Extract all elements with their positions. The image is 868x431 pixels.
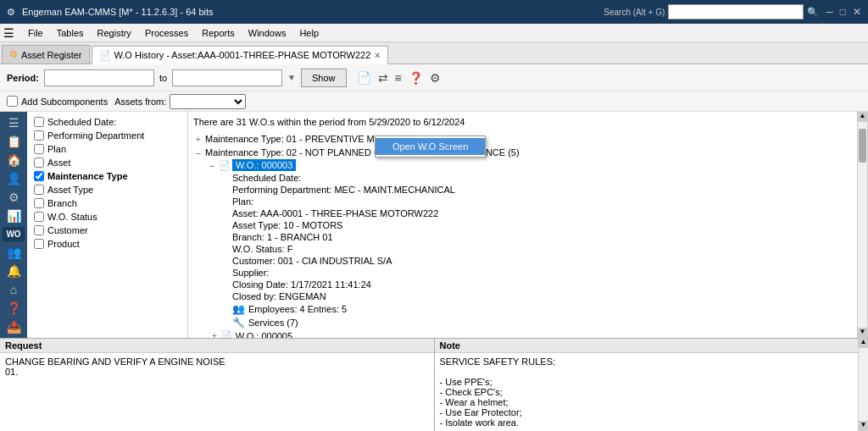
left-icon-house[interactable]: ⌂ <box>3 282 25 297</box>
tree-node-corrective[interactable]: – Maintenance Type: 02 - NOT PLANNED COR… <box>192 146 864 338</box>
tree-wo-000005[interactable]: + 📄 W.O.: 000005 <box>205 329 864 338</box>
employees-icon: 👥 <box>232 303 245 315</box>
tab-asset-register[interactable]: ⚙ Asset Register <box>2 45 90 64</box>
tree-node-header-preventive[interactable]: + Maintenance Type: 01 - PREVENTIVE MAIN… <box>192 133 864 145</box>
sidebar-item-asset[interactable]: Asset <box>27 156 187 169</box>
checkbox-maintenance-type[interactable] <box>34 171 44 181</box>
checkbox-product[interactable] <box>34 239 44 249</box>
detail-supplier: Supplier: <box>205 267 864 279</box>
left-icon-wo[interactable]: WO <box>3 227 25 242</box>
expand-icon-preventive[interactable]: + <box>193 135 203 144</box>
sidebar-label-asset: Asset <box>47 157 71 168</box>
settings-icon[interactable]: ⚙ <box>428 69 442 86</box>
app-icon: ⚙ <box>7 7 15 18</box>
left-icon-user[interactable]: 👤 <box>3 171 25 186</box>
left-icon-menu[interactable]: ☰ <box>3 115 25 130</box>
sidebar-label-maintenance-type: Maintenance Type <box>47 171 128 181</box>
tab-icon-asset: ⚙ <box>9 49 18 60</box>
selected-node[interactable]: W.O.: 000003 <box>232 159 296 171</box>
wo-icon-000003: 📄 <box>219 160 231 171</box>
left-icon-people[interactable]: 👥 <box>3 245 25 260</box>
help-icon[interactable]: ❓ <box>407 69 425 86</box>
title-bar: ⚙ Engeman EAM-CMMS [M* - 11.2.6.3] - 64 … <box>0 0 868 24</box>
show-button[interactable]: Show <box>301 69 347 87</box>
left-icon-home[interactable]: 🏠 <box>3 152 25 168</box>
menu-reports[interactable]: Reports <box>195 26 242 40</box>
sidebar-item-customer[interactable]: Customer <box>27 224 187 237</box>
checkbox-branch[interactable] <box>34 198 44 208</box>
tree-node-header-corrective[interactable]: – Maintenance Type: 02 - NOT PLANNED COR… <box>192 146 864 158</box>
from-date-input[interactable]: 5/29/2020 14:36:48 <box>44 69 154 86</box>
add-subcomponents-checkbox[interactable] <box>7 96 18 107</box>
sidebar: Scheduled Date: Performing Department Pl… <box>27 112 188 338</box>
sidebar-item-asset-type[interactable]: Asset Type <box>27 183 187 196</box>
tree-wo-000003-row[interactable]: – 📄 W.O.: 000003 <box>205 158 864 172</box>
left-icon-bell[interactable]: 🔔 <box>3 263 25 279</box>
sidebar-item-branch[interactable]: Branch <box>27 196 187 210</box>
tree-node-preventive[interactable]: + Maintenance Type: 01 - PREVENTIVE MAIN… <box>192 132 864 146</box>
toolbar2: Add Subcomponents Assets from: <box>0 91 868 112</box>
checkbox-wo-status[interactable] <box>34 212 44 222</box>
detail-asset-type: Asset Type: 10 - MOTORS <box>205 219 864 231</box>
minimize-button[interactable]: ─ <box>826 6 833 18</box>
menu-windows[interactable]: Windows <box>242 26 293 40</box>
sidebar-item-product[interactable]: Product <box>27 237 187 251</box>
wo-label-000005: W.O.: 000005 <box>236 331 292 339</box>
sidebar-label-branch: Branch <box>47 198 77 208</box>
request-header: Request <box>0 339 434 353</box>
transfer-icon[interactable]: ⇄ <box>376 69 390 86</box>
detail-customer: Customer: 001 - CIA INDUSTRIAL S/A <box>205 255 864 267</box>
sidebar-item-wo-status[interactable]: W.O. Status <box>27 210 187 224</box>
services-icon: 🔧 <box>232 317 245 329</box>
new-icon[interactable]: 📄 <box>355 69 373 86</box>
tab-close-button[interactable]: ✕ <box>374 51 381 60</box>
expand-wo-000003[interactable]: – <box>207 161 217 170</box>
search-input[interactable] <box>668 4 804 19</box>
left-icon-question[interactable]: ❓ <box>3 301 25 316</box>
close-button[interactable]: ✕ <box>853 6 861 18</box>
employees-text: Employees: 4 Entries: 5 <box>248 304 347 314</box>
title-search[interactable]: Search (Alt + G) 🔍 <box>604 4 819 19</box>
detail-asset: Asset: AAA-0001 - THREE-PHASE MOTORW222 <box>205 207 864 219</box>
checkbox-asset[interactable] <box>34 157 44 168</box>
checkbox-performing-dept[interactable] <box>34 130 44 141</box>
to-date-input[interactable]: 6/12/2024 14:36:48 <box>172 69 282 86</box>
list-icon[interactable]: ≡ <box>393 69 403 86</box>
left-icon-gear[interactable]: ⚙ <box>3 190 25 205</box>
left-icon-export[interactable]: 📤 <box>3 319 25 334</box>
sidebar-item-plan[interactable]: Plan <box>27 142 187 156</box>
tab-wo-history[interactable]: 📄 W.O History - Asset:AAA-0001-THREE-PHA… <box>92 46 389 64</box>
sidebar-item-scheduled-date[interactable]: Scheduled Date: <box>27 115 187 129</box>
sidebar-item-performing-dept[interactable]: Performing Department <box>27 129 187 142</box>
left-icon-bar: ☰ 📋 🏠 👤 ⚙ 📊 WO 👥 🔔 ⌂ ❓ 📤 <box>0 112 27 338</box>
expand-000005[interactable]: + <box>212 331 217 338</box>
menu-processes[interactable]: Processes <box>138 26 195 40</box>
search-icon[interactable]: 🔍 <box>807 7 819 18</box>
expand-icon-corrective[interactable]: – <box>193 148 203 157</box>
tab-label-wo: W.O History - Asset:AAA-0001-THREE-PHASE… <box>114 50 371 60</box>
menu-help[interactable]: Help <box>292 26 326 40</box>
sidebar-item-maintenance-type[interactable]: Maintenance Type <box>27 169 187 183</box>
left-icon-chart[interactable]: 📊 <box>3 208 25 224</box>
bottom-panels: Request CHANGE BEARING AND VERIFY A ENGI… <box>0 338 868 431</box>
app-title: Engeman EAM-CMMS [M* - 11.2.6.3] - 64 bi… <box>22 7 214 17</box>
assets-from-select[interactable] <box>170 94 246 109</box>
left-icon-clipboard[interactable]: 📋 <box>3 134 25 149</box>
maximize-button[interactable]: □ <box>840 6 846 18</box>
menu-tables[interactable]: Tables <box>50 26 91 40</box>
context-menu-open-wo[interactable]: Open W.O Screen <box>376 138 485 155</box>
date-dropdown-icon[interactable]: ▼ <box>287 73 296 82</box>
sidebar-label-performing-dept: Performing Department <box>47 130 144 141</box>
checkbox-plan[interactable] <box>34 144 44 154</box>
checkbox-customer[interactable] <box>34 225 44 235</box>
assets-from-label: Assets from: <box>114 97 166 107</box>
checkbox-asset-type[interactable] <box>34 185 44 195</box>
menu-registry[interactable]: Registry <box>91 26 138 40</box>
sidebar-label-scheduled-date: Scheduled Date: <box>47 117 116 127</box>
checkbox-scheduled-date[interactable] <box>34 117 44 127</box>
note-scrollbar[interactable]: ▲ ▼ <box>858 339 868 431</box>
tree-scrollbar[interactable]: ▲ ▼ <box>857 112 867 338</box>
hamburger-menu[interactable]: ☰ <box>3 26 14 40</box>
menu-bar: ☰ File Tables Registry Processes Reports… <box>0 24 868 42</box>
menu-file[interactable]: File <box>21 26 50 40</box>
